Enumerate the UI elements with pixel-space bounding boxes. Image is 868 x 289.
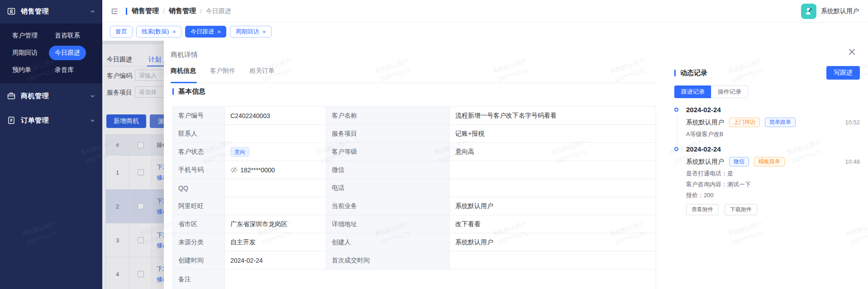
close-icon[interactable]: ✕ xyxy=(848,47,856,57)
field-label: 联系人 xyxy=(173,125,225,143)
chip-cycle-revisit[interactable]: 周期回访✕ xyxy=(230,26,271,38)
top-header: 销售管理 / 销售管理 / 今日跟进 系统默认用户 xyxy=(102,0,868,23)
field-label: 来源分类 xyxy=(173,233,225,251)
record-tag: 简单跟单 xyxy=(765,118,796,127)
drawer-tabs: 商机信息 客户附件 相关订单 xyxy=(171,67,275,75)
record-tag: 模板跟单 xyxy=(754,157,785,166)
tab-followup-records[interactable]: 跟进记录 xyxy=(674,85,711,98)
contact-card-icon xyxy=(7,7,15,15)
sidebar-group-label: 商机管理 xyxy=(21,92,85,100)
content-area: 今日跟进 计划 客户编码 服务项目 新增商机 派单 # 操作 1 下发修改 xyxy=(102,41,868,289)
record-content: A等级客户改B xyxy=(686,130,860,138)
download-attachment-button[interactable]: 下载附件 xyxy=(725,204,757,215)
field-value-customer-name: 流程新增一号客户改下名字号码看看 xyxy=(450,107,656,125)
user-avatar[interactable] xyxy=(801,4,816,19)
chip-label: 今日跟进 xyxy=(191,28,214,36)
field-label: 客户状态 xyxy=(173,143,225,161)
close-icon[interactable]: ✕ xyxy=(217,29,221,34)
breadcrumb-level-3: 今日跟进 xyxy=(206,7,231,15)
close-icon[interactable]: ✕ xyxy=(262,29,266,34)
chevron-down-icon xyxy=(90,118,95,123)
chip-leads[interactable]: 线索(数据)✕ xyxy=(136,26,181,38)
sidebar-item-customer-mgmt[interactable]: 客户管理 xyxy=(12,27,55,44)
eye-off-icon[interactable] xyxy=(230,166,238,174)
tab-chips-bar: 首页 线索(数据)✕ 今日跟进✕ 周期回访✕ xyxy=(102,23,868,41)
field-label: 手机号码 xyxy=(173,161,225,179)
activity-tabs: 跟进记录 操作记录 xyxy=(674,85,860,98)
field-label: 微信 xyxy=(326,161,450,179)
field-label: 省市区 xyxy=(173,215,225,233)
chip-label: 周期回访 xyxy=(235,28,259,36)
followup-record: 2024-02-24 系统默认用户 上门拜访 简单跟单 10:52 A等级客户改… xyxy=(674,106,860,145)
record-tag: 上门拜访 xyxy=(729,118,760,127)
sidebar-submenu: 客户管理 首咨联系 周期回访 今日跟进 预约单 录音库 xyxy=(0,24,102,83)
document-icon xyxy=(7,116,15,124)
timeline-dot xyxy=(674,108,678,112)
avatar-figure-icon xyxy=(804,6,814,16)
chevron-down-icon xyxy=(90,94,95,99)
record-date: 2024-02-24 xyxy=(686,106,860,114)
record-time: 10:48 xyxy=(845,158,860,165)
sidebar-item-appointment[interactable]: 预约单 xyxy=(12,62,55,79)
field-value-customer-status: 意向 xyxy=(225,143,326,161)
field-value-telephone xyxy=(450,179,656,197)
record-time: 10:52 xyxy=(845,119,860,126)
field-value-creator: 系统默认用户 xyxy=(450,233,656,251)
breadcrumb-accent-bar xyxy=(126,8,127,15)
field-label: 阿里旺旺 xyxy=(173,197,225,215)
section-title: 基本信息 xyxy=(178,87,205,96)
sidebar-group-opportunity[interactable]: 商机管理 xyxy=(0,90,102,102)
field-value-create-time: 2024-02-24 xyxy=(225,251,326,270)
chip-label: 首页 xyxy=(115,28,127,36)
sidebar-item-recording-lib[interactable]: 录音库 xyxy=(55,62,96,79)
breadcrumb-level-2[interactable]: 销售管理 xyxy=(169,7,196,15)
field-value-source: 自主开发 xyxy=(225,233,326,251)
field-label: 备注 xyxy=(173,270,225,289)
sidebar-group-sales[interactable]: 销售管理 xyxy=(0,5,102,18)
field-label: 详细地址 xyxy=(326,215,450,233)
field-label: 客户等级 xyxy=(326,143,450,161)
record-user: 系统默认用户 xyxy=(686,158,724,166)
chip-label: 线索(数据) xyxy=(142,28,169,36)
menu-fold-icon[interactable] xyxy=(110,7,119,15)
field-value-address: 改下看看 xyxy=(450,215,656,233)
record-content: 报价：200 xyxy=(686,191,860,199)
field-label: 当前业务 xyxy=(326,197,450,215)
record-tag: 微信 xyxy=(729,157,749,166)
field-value-customer-grade: 意向高 xyxy=(450,143,656,161)
tab-operation-records[interactable]: 操作记录 xyxy=(711,85,748,98)
sidebar-item-cycle-revisit[interactable]: 周期回访 xyxy=(12,44,55,62)
write-followup-button[interactable]: 写跟进 xyxy=(826,66,860,80)
sidebar-item-first-contact[interactable]: 首咨联系 xyxy=(55,27,96,44)
app-window: 销售管理 客户管理 首咨联系 周期回访 今日跟进 预约单 录音库 商机管理 订单… xyxy=(0,0,868,289)
sidebar: 销售管理 客户管理 首咨联系 周期回访 今日跟进 预约单 录音库 商机管理 订单… xyxy=(0,0,102,289)
view-attachment-button[interactable]: 查看附件 xyxy=(686,204,719,215)
tab-customer-attachments[interactable]: 客户附件 xyxy=(210,67,235,75)
tabs-divider xyxy=(171,83,656,83)
field-value-aliwangwang xyxy=(225,197,326,215)
field-value-current-business: 系统默认用户 xyxy=(450,197,656,215)
sidebar-group-orders[interactable]: 订单管理 xyxy=(0,114,102,127)
field-label: QQ xyxy=(173,179,225,197)
field-label: 首次成交时间 xyxy=(326,251,450,270)
sidebar-group-label: 销售管理 xyxy=(21,7,85,16)
field-value-region: 广东省深圳市龙岗区 xyxy=(225,215,326,233)
basic-info-section-header: 基本信息 xyxy=(172,87,205,96)
status-badge: 意向 xyxy=(230,147,249,157)
chip-home[interactable]: 首页 xyxy=(110,26,133,38)
briefcase-icon xyxy=(7,92,15,100)
sidebar-item-today-followup[interactable]: 今日跟进 xyxy=(55,44,96,62)
tab-opportunity-info[interactable]: 商机信息 xyxy=(171,67,196,75)
breadcrumb-level-1[interactable]: 销售管理 xyxy=(132,7,159,15)
field-value-phone: 182****0000 xyxy=(225,161,326,179)
record-content: 是否打通电话：是 xyxy=(686,170,860,177)
record-user: 系统默认用户 xyxy=(686,118,724,127)
user-name[interactable]: 系统默认用户 xyxy=(821,7,859,15)
field-value-contact xyxy=(225,125,326,143)
field-value-customer-code: C2402240003 xyxy=(225,107,326,125)
sidebar-group-label: 订单管理 xyxy=(21,116,85,125)
close-icon[interactable]: ✕ xyxy=(172,29,176,34)
chip-today-followup[interactable]: 今日跟进✕ xyxy=(185,26,226,38)
field-value-wechat xyxy=(450,161,656,179)
tab-related-orders[interactable]: 相关订单 xyxy=(249,67,275,75)
